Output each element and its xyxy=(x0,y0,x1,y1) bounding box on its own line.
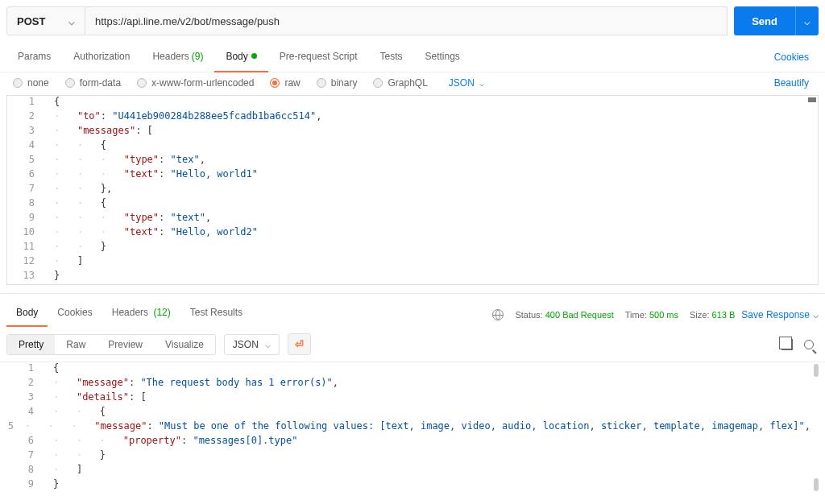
chevron-down-icon: ⌵ xyxy=(479,79,484,88)
editor-line: 11· · } xyxy=(7,241,818,255)
editor-line: 12· ] xyxy=(7,255,818,270)
line-number: 3 xyxy=(7,125,43,136)
response-tab-headers[interactable]: Headers (12) xyxy=(102,302,180,327)
line-number: 5 xyxy=(6,420,22,432)
chevron-down-icon: ⌵ xyxy=(813,309,819,320)
response-format-select[interactable]: JSON ⌵ xyxy=(224,334,280,355)
response-meta: Status: 400 Bad Request Time: 500 ms Siz… xyxy=(492,309,735,320)
body-type-binary[interactable]: binary xyxy=(310,77,364,89)
line-number: 12 xyxy=(7,255,43,266)
line-number: 11 xyxy=(7,241,43,252)
body-type-raw[interactable]: raw xyxy=(263,77,306,89)
editor-line: 7· · } xyxy=(6,449,819,464)
line-number: 7 xyxy=(7,183,43,194)
scrollbar[interactable] xyxy=(814,478,819,491)
response-header: Body Cookies Headers (12) Test Results S… xyxy=(0,293,825,327)
tab-headers[interactable]: Headers (9) xyxy=(141,42,214,72)
wrap-icon: ⏎ xyxy=(295,338,304,350)
editor-line: 8· · { xyxy=(7,197,818,212)
tab-body[interactable]: Body xyxy=(214,42,267,72)
wrap-lines-button[interactable]: ⏎ xyxy=(288,333,311,355)
body-type-graphql[interactable]: GraphQL xyxy=(367,77,433,89)
body-type-none[interactable]: none xyxy=(6,77,56,89)
tab-tests[interactable]: Tests xyxy=(368,42,413,72)
editor-line: 4· · { xyxy=(6,406,819,420)
search-icon[interactable] xyxy=(804,340,814,349)
response-tab-testresults[interactable]: Test Results xyxy=(180,302,252,327)
beautify-link[interactable]: Beautify xyxy=(765,77,819,89)
view-visualize[interactable]: Visualize xyxy=(154,335,215,354)
radio-icon xyxy=(317,78,326,88)
http-method-select[interactable]: POST ⌵ xyxy=(6,6,85,35)
line-number: 8 xyxy=(7,197,43,209)
request-tabs: Params Authorization Headers (9) Body Pr… xyxy=(0,42,825,72)
copy-icon[interactable] xyxy=(781,339,793,350)
response-tabs: Body Cookies Headers (12) Test Results xyxy=(6,302,252,327)
line-number: 5 xyxy=(7,154,43,165)
editor-line: 4· · { xyxy=(7,139,818,154)
response-size[interactable]: Size: 613 B xyxy=(690,310,735,320)
minimap-icon xyxy=(808,97,816,102)
response-tab-cookies[interactable]: Cookies xyxy=(48,302,102,327)
response-status[interactable]: Status: 400 Bad Request xyxy=(515,310,613,320)
line-number: 1 xyxy=(6,362,42,374)
body-type-xwww[interactable]: x-www-form-urlencoded xyxy=(131,77,260,89)
editor-line: 9} xyxy=(6,478,819,493)
tab-body-label: Body xyxy=(226,51,247,62)
editor-line: 5· · · "message": "Must be one of the fo… xyxy=(6,420,819,435)
save-response-button[interactable]: Save Response ⌵ xyxy=(735,309,819,320)
view-raw[interactable]: Raw xyxy=(55,335,97,354)
scrollbar[interactable] xyxy=(814,364,819,377)
tab-settings[interactable]: Settings xyxy=(414,42,471,72)
editor-line: 6· · · "property": "messages[0].type" xyxy=(6,435,819,449)
line-number: 2 xyxy=(6,377,42,388)
cookies-link[interactable]: Cookies xyxy=(765,52,819,63)
line-number: 2 xyxy=(7,110,43,122)
line-number: 4 xyxy=(7,139,43,151)
radio-icon xyxy=(13,78,23,88)
tab-headers-count: (9) xyxy=(192,51,204,62)
send-button[interactable]: Send xyxy=(734,6,795,35)
line-number: 7 xyxy=(6,449,42,461)
view-preview[interactable]: Preview xyxy=(97,335,154,354)
body-format-select[interactable]: JSON ⌵ xyxy=(437,77,489,89)
response-tab-body[interactable]: Body xyxy=(6,302,48,327)
line-number: 8 xyxy=(6,464,42,475)
line-number: 9 xyxy=(7,212,43,223)
editor-line: 3· "messages": [ xyxy=(7,125,818,139)
body-type-formdata[interactable]: form-data xyxy=(59,77,127,89)
tab-headers-label: Headers xyxy=(152,51,189,62)
editor-line: 2· "to": "U441eb900284b288ee5fcadb1ba6cc… xyxy=(7,110,818,125)
globe-icon[interactable] xyxy=(492,309,504,320)
line-number: 4 xyxy=(6,406,42,417)
response-view-group: Pretty Raw Preview Visualize xyxy=(6,334,216,355)
body-type-row: none form-data x-www-form-urlencoded raw… xyxy=(0,72,825,95)
editor-line: 1{ xyxy=(6,362,819,377)
response-time[interactable]: Time: 500 ms xyxy=(625,310,678,320)
request-body-editor[interactable]: 1{2· "to": "U441eb900284b288ee5fcadb1ba6… xyxy=(6,95,819,285)
response-body-editor[interactable]: 1{2· "message": "The request body has 1 … xyxy=(6,362,819,493)
line-number: 3 xyxy=(6,391,42,403)
send-button-group: Send ⌵ xyxy=(734,6,819,35)
editor-line: 2· "message": "The request body has 1 er… xyxy=(6,377,819,391)
tab-prerequest[interactable]: Pre-request Script xyxy=(268,42,369,72)
tab-authorization[interactable]: Authorization xyxy=(62,42,141,72)
editor-line: 10· · · "text": "Hello, world2" xyxy=(7,226,818,241)
radio-icon xyxy=(373,78,383,88)
line-number: 13 xyxy=(7,270,43,281)
editor-line: 13} xyxy=(7,270,818,284)
http-method-value: POST xyxy=(17,15,45,27)
line-number: 1 xyxy=(7,96,43,107)
send-dropdown-button[interactable]: ⌵ xyxy=(795,6,819,35)
editor-line: 3· "details": [ xyxy=(6,391,819,406)
line-number: 6 xyxy=(7,168,43,180)
editor-line: 7· · }, xyxy=(7,183,818,197)
request-url-input[interactable] xyxy=(85,6,728,35)
editor-line: 6· · · "text": "Hello, world1" xyxy=(7,168,818,183)
editor-line: 9· · · "type": "text", xyxy=(7,212,818,226)
editor-line: 8· ] xyxy=(6,464,819,478)
view-pretty[interactable]: Pretty xyxy=(7,335,55,354)
tab-params[interactable]: Params xyxy=(6,42,62,72)
line-number: 10 xyxy=(7,226,43,238)
response-tab-headers-label: Headers xyxy=(112,307,148,318)
